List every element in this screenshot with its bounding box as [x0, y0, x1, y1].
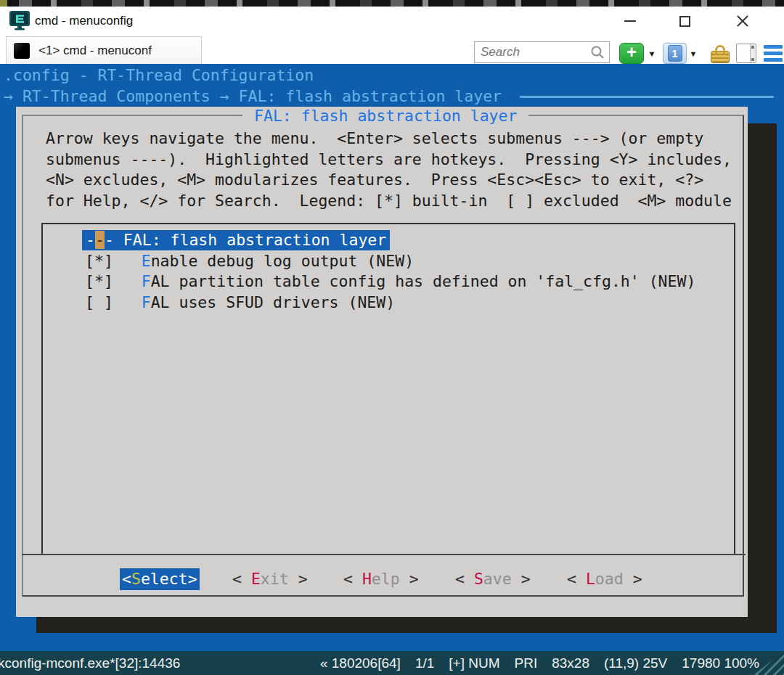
hotkey-letter: H [362, 570, 372, 588]
save-button[interactable]: < Save > [453, 568, 533, 590]
cursor: - [95, 231, 105, 249]
config-header-line: .config - RT-Thread Configuration [4, 65, 314, 86]
menu-list: --- FAL: flash abstraction layer[*] Enab… [41, 223, 735, 555]
console-number: 1 [668, 45, 682, 62]
hotkey-letter: E [251, 570, 261, 588]
status-segment: 17980 100% [682, 655, 759, 671]
console-tab-icon [14, 43, 30, 59]
background-window-strip [0, 0, 784, 7]
hotkey-letter: L [586, 570, 595, 588]
status-bar: kconfig-mconf.exe*[32]:14436 « 180206[64… [0, 651, 784, 675]
process-info: kconfig-mconf.exe*[32]:14436 [0, 651, 180, 675]
search-icon [590, 45, 605, 60]
checkbox-state: [ ] [85, 293, 113, 311]
instructions-text: Arrow keys navigate the menu. <Enter> se… [46, 128, 732, 211]
tab-cmd-menuconfig[interactable]: <1> cmd - menuconf [6, 36, 202, 64]
instruction-line: <N> excludes, <M> modularizes features. … [46, 170, 732, 191]
status-segment: PRI [515, 655, 538, 671]
hotkey-letter: E [142, 252, 151, 270]
status-segment: [+] NUM [449, 655, 499, 671]
window-title: cmd - menuconfig [35, 7, 133, 36]
breadcrumb: → RT-Thread Components → FAL: flash abst… [4, 86, 502, 107]
lock-icon [711, 51, 730, 63]
panes-button[interactable] [735, 43, 758, 64]
close-icon [736, 15, 749, 28]
terminal-screen: .config - RT-Thread Configuration → RT-T… [0, 64, 784, 651]
breadcrumb-rule [520, 96, 774, 98]
minimize-button[interactable] [613, 7, 647, 36]
search-box[interactable] [474, 41, 610, 63]
menu-item-selected[interactable]: --- FAL: flash abstraction layer [82, 230, 390, 250]
hotkey-letter: S [131, 570, 141, 588]
maximize-icon [679, 16, 690, 27]
maximize-button[interactable] [668, 7, 701, 36]
plus-icon: + [626, 44, 637, 61]
app-icon [9, 9, 30, 31]
status-segment: (11,9) 25V [604, 655, 667, 671]
button-separator [22, 554, 746, 555]
hotkey-letter: F [142, 272, 151, 290]
menu-item[interactable]: [*] Enable debug log output (NEW) [85, 251, 414, 271]
minimize-icon [624, 20, 636, 22]
close-button[interactable] [726, 7, 759, 36]
tab-label: <1> cmd - menuconf [38, 44, 152, 58]
hamburger-icon [764, 45, 783, 49]
checkbox-state: [*] [85, 252, 113, 270]
help-button[interactable]: < Help > [341, 568, 421, 590]
status-segment: « 180206[64] [320, 655, 401, 671]
checkbox-state: [*] [85, 272, 113, 290]
instruction-line: for Help, </> for Search. Legend: [*] bu… [46, 191, 732, 212]
console-list-dropdown[interactable]: ▼ [688, 43, 698, 64]
status-segment: 83x28 [552, 655, 589, 671]
main-menu-button[interactable] [762, 43, 784, 64]
new-console-dropdown[interactable]: ▼ [647, 43, 657, 64]
instruction-line: Arrow keys navigate the menu. <Enter> se… [46, 128, 732, 150]
hotkey-letter: F [142, 293, 151, 311]
load-button[interactable]: < Load > [565, 568, 645, 590]
tab-bar: <1> cmd - menuconf + ▼ 1 ▼ [0, 36, 784, 64]
hotkey-letter: S [474, 570, 483, 588]
dialog-title: FAL: flash abstraction layer [242, 107, 528, 126]
title-bar: cmd - menuconfig [0, 7, 784, 36]
active-console-button[interactable]: 1 [663, 43, 687, 64]
instruction-line: submenus ----). Highlighted letters are … [46, 150, 732, 171]
status-segments: « 180206[64]1/1[+] NUMPRI83x28(11,9) 25V… [320, 651, 759, 675]
status-segment: 1/1 [415, 655, 434, 671]
lock-button[interactable] [708, 43, 732, 64]
menu-item[interactable]: [*] FAL partition table config has defin… [85, 271, 695, 292]
panes-icon [736, 44, 756, 63]
new-console-button[interactable]: + [619, 43, 644, 64]
menuconfig-dialog: FAL: flash abstraction layer Arrow keys … [16, 107, 748, 617]
exit-button[interactable]: < Exit > [230, 568, 310, 590]
select-button[interactable]: <Select> [120, 568, 200, 590]
search-input[interactable] [481, 45, 589, 60]
menu-item[interactable]: [ ] FAL uses SFUD drivers (NEW) [85, 292, 395, 313]
